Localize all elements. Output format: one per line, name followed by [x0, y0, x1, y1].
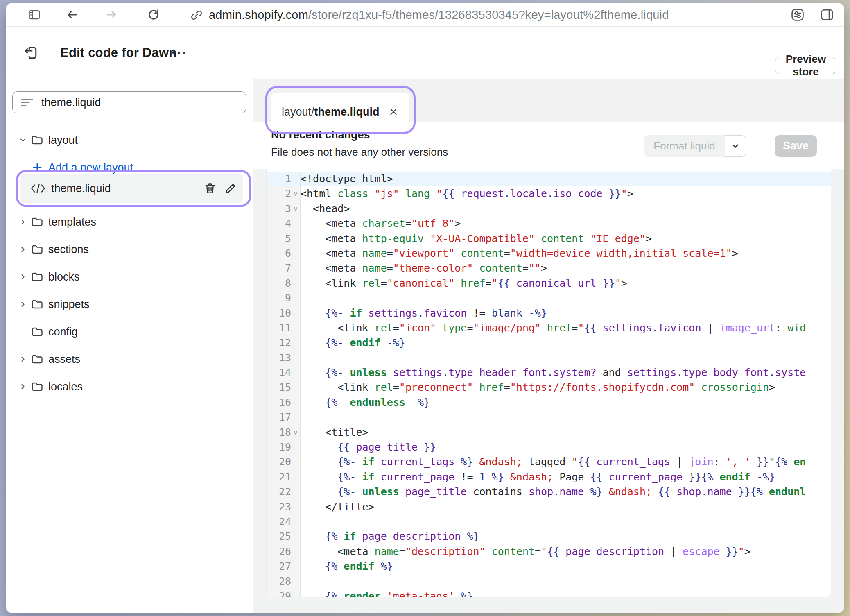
chevron-right-icon[interactable] [18, 245, 27, 254]
code-line[interactable]: 27 {% endif %} [267, 559, 831, 574]
chevron-right-icon[interactable] [18, 300, 27, 308]
code-line[interactable]: 11 <link rel="icon" type="image/png" hre… [267, 321, 831, 335]
code-line[interactable]: 10 {%- if settings.favicon != blank -%} [267, 306, 831, 321]
code-line[interactable]: 9 [267, 291, 831, 306]
main-layout: layout Add a new layout theme.liquid [6, 79, 844, 613]
code-line[interactable]: 5 <meta http-equiv="X-UA-Compatible" con… [267, 231, 831, 246]
line-number: 1 [267, 172, 301, 186]
fold-arrow-icon[interactable]: v [291, 186, 300, 201]
chevron-down-icon[interactable] [18, 136, 27, 144]
sidebar-item-config[interactable]: config [6, 322, 253, 342]
sidebar-item-snippets[interactable]: snippets [6, 294, 253, 314]
folder-label: layout [48, 134, 78, 147]
sidebar-item-templates[interactable]: templates [6, 212, 253, 232]
code-line[interactable]: 3v <head> [267, 202, 831, 216]
code-line[interactable]: 19 {{ page_title }} [267, 440, 831, 455]
line-number: 26 [267, 544, 301, 559]
line-number: 20 [267, 455, 301, 469]
link-icon [190, 9, 203, 21]
delete-file-icon[interactable] [204, 182, 216, 195]
line-number: 12 [267, 335, 301, 350]
line-number: 11 [267, 321, 301, 335]
line-number: 10 [267, 306, 301, 321]
code-line[interactable]: 21 {%- if current_page != 1 %} &ndash; P… [267, 470, 831, 485]
more-actions-icon[interactable] [171, 50, 188, 55]
chevron-right-icon[interactable] [18, 383, 27, 391]
side-panel-icon[interactable] [819, 7, 835, 23]
code-line[interactable]: 22 {%- unless page_title contains shop.n… [267, 485, 831, 499]
code-line[interactable]: 23 </title> [267, 500, 831, 514]
file-search-box[interactable] [12, 91, 246, 113]
line-number: 25 [267, 529, 301, 544]
sidebar-item-theme-liquid[interactable]: theme.liquid [20, 174, 243, 203]
folder-icon [31, 217, 43, 227]
folder-label: assets [48, 353, 80, 366]
code-line[interactable]: 6 <meta name="viewport" content="width=d… [267, 246, 831, 261]
fold-arrow-icon[interactable]: v [291, 425, 300, 440]
save-button[interactable]: Save [775, 135, 817, 157]
sidebar-toggle-icon[interactable] [26, 7, 43, 22]
line-number: 8 [267, 276, 301, 291]
code-line[interactable]: 28 [267, 574, 831, 589]
code-line[interactable]: 2v<html class="js" lang="{{ request.loca… [267, 186, 831, 201]
code-line[interactable]: 20 {%- if current_tags %} &ndash; tagged… [267, 455, 831, 469]
line-number: 9 [267, 291, 301, 306]
line-number: 15 [267, 380, 301, 395]
code-line[interactable]: 8 <link rel="canonical" href="{{ canonic… [267, 276, 831, 291]
line-number: 6 [267, 246, 301, 261]
exit-icon[interactable] [23, 45, 38, 60]
line-number: 23 [267, 500, 301, 514]
address-bar[interactable]: admin.shopify.com/store/rzq1xu-f5/themes… [190, 3, 669, 27]
format-liquid-button[interactable]: Format liquid [644, 135, 725, 157]
code-editor[interactable]: 1<!doctype html>2v<html class="js" lang=… [266, 169, 831, 597]
sidebar-item-locales[interactable]: locales [6, 377, 253, 396]
code-line[interactable]: 17 [267, 410, 831, 425]
line-number: 14 [267, 365, 301, 380]
folder-label: templates [48, 216, 96, 229]
tune-icon[interactable] [790, 7, 805, 23]
chevron-right-icon[interactable] [18, 273, 27, 281]
sidebar-item-blocks[interactable]: blocks [6, 267, 253, 287]
folder-icon [31, 354, 43, 365]
code-file-icon [31, 183, 45, 193]
code-line[interactable]: 24 [267, 514, 831, 529]
code-line[interactable]: 1<!doctype html> [267, 172, 831, 186]
editor-pane: layout/theme.liquid No recent changes Fi… [253, 79, 844, 613]
format-options-chevron[interactable] [725, 135, 746, 157]
code-line[interactable]: 26 <meta name="description" content="{{ … [267, 544, 831, 559]
sidebar-item-sections[interactable]: sections [6, 240, 253, 259]
code-line[interactable]: 13 [267, 351, 831, 365]
sidebar-item-assets[interactable]: assets [6, 349, 253, 369]
code-line[interactable]: 25 {% if page_description %} [267, 529, 831, 544]
rename-file-icon[interactable] [224, 182, 237, 195]
tab-layout-theme-liquid[interactable]: layout/theme.liquid [271, 93, 409, 131]
file-tree-sidebar: layout Add a new layout theme.liquid [6, 79, 253, 613]
code-line[interactable]: 16 {%- endunless -%} [267, 395, 831, 410]
back-icon[interactable] [63, 8, 80, 21]
chevron-right-icon[interactable] [18, 218, 27, 226]
code-lines: 1<!doctype html>2v<html class="js" lang=… [267, 169, 831, 597]
sidebar-item-layout[interactable]: layout [6, 130, 253, 150]
close-tab-icon[interactable] [389, 107, 398, 116]
toolbar-divider [762, 122, 762, 169]
folder-icon [31, 244, 43, 255]
code-line[interactable]: 29 {% render 'meta-tags' %} [267, 589, 831, 597]
search-input[interactable] [41, 96, 238, 109]
code-line[interactable]: 15 <link rel="preconnect" href="https://… [267, 380, 831, 395]
preview-store-button[interactable]: Preview store [775, 57, 836, 74]
code-line[interactable]: 18v <title> [267, 425, 831, 440]
folder-icon [31, 381, 43, 392]
line-number: 24 [267, 514, 301, 529]
folder-icon [31, 272, 43, 282]
fold-arrow-icon[interactable]: v [291, 202, 300, 216]
code-line[interactable]: 7 <meta name="theme-color" content=""> [267, 261, 831, 276]
line-number: 13 [267, 351, 301, 365]
add-layout-label: Add a new layout [48, 161, 133, 174]
browser-chrome: admin.shopify.com/store/rzq1xu-f5/themes… [6, 3, 844, 27]
chevron-right-icon[interactable] [18, 355, 27, 363]
code-line[interactable]: 4 <meta charset="utf-8"> [267, 216, 831, 231]
code-line[interactable]: 14 {%- unless settings.type_header_font.… [267, 365, 831, 380]
forward-icon[interactable] [104, 8, 120, 21]
code-line[interactable]: 12 {%- endif -%} [267, 335, 831, 350]
reload-icon[interactable] [145, 8, 162, 22]
